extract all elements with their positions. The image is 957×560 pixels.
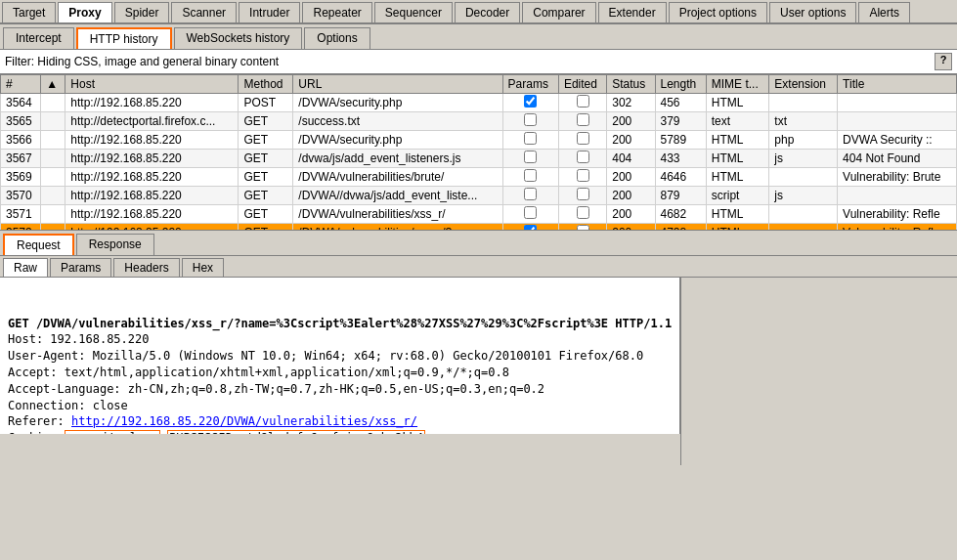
table-cell: GET [239,187,293,205]
edited-cell [558,187,606,205]
tab-alerts[interactable]: Alerts [858,2,910,22]
table-cell: HTML [706,150,769,168]
table-cell: txt [769,112,838,131]
request-line: Accept: text/html,application/xhtml+xml,… [8,365,672,381]
fmt-tab-raw[interactable]: Raw [3,258,48,277]
col-header-url[interactable]: URL [293,75,502,94]
table-cell: HTML [706,168,769,187]
col-header-method[interactable]: Method [239,75,293,94]
request-line: Cookie: security=low; PHPSESSID=utd8lcdg… [8,430,672,434]
bottom-section: Request Response Raw Params Headers Hex … [0,231,957,465]
table-cell: 3566 [1,131,41,150]
fmt-tab-hex[interactable]: Hex [182,258,224,277]
edited-cell [558,150,606,168]
row-marker [41,224,65,232]
table-cell: 200 [607,168,655,187]
edited-cell [558,205,606,224]
row-marker [41,131,65,150]
col-header-title[interactable]: Title [838,75,957,94]
filter-bar: Filter: Hiding CSS, image and general bi… [0,50,957,74]
tab-sequencer[interactable]: Sequencer [374,2,453,22]
request-line: User-Agent: Mozilla/5.0 (Windows NT 10.0… [8,348,672,365]
table-cell [769,205,838,224]
params-cell [502,168,558,187]
params-cell [502,94,558,112]
col-header-edited[interactable]: Edited [558,75,606,94]
table-cell: 3565 [1,112,41,131]
tab-comparer[interactable]: Comparer [522,2,595,22]
table-cell: 5789 [655,131,706,150]
tab-intruder[interactable]: Intruder [239,2,300,22]
tab-repeater[interactable]: Repeater [302,2,371,22]
tab-scanner[interactable]: Scanner [171,2,237,22]
table-cell: Vulnerability: Brute [838,168,957,187]
request-line: Connection: close [8,398,672,414]
help-button[interactable]: ? [935,53,952,70]
table-cell: 3571 [1,205,41,224]
edited-cell [558,168,606,187]
table-cell: 456 [655,94,706,112]
table-cell [838,94,957,112]
tab-spider[interactable]: Spider [114,2,170,22]
table-cell: HTML [706,131,769,150]
table-cell: Vulnerability: Refle [838,205,957,224]
table-cell: http://192.168.85.220 [65,168,239,187]
tab-http-history[interactable]: HTTP history [76,27,172,49]
table-cell: /success.txt [293,112,502,131]
table-cell: http://192.168.85.220 [65,131,239,150]
tab-target[interactable]: Target [2,2,56,22]
table-cell: /DVWA/security.php [293,131,502,150]
table-cell: DVWA Security :: [838,131,957,150]
row-marker [41,150,65,168]
table-cell: 3564 [1,94,41,112]
tab-project-options[interactable]: Project options [669,2,767,22]
tab-proxy[interactable]: Proxy [58,2,111,22]
table-cell: php [769,131,838,150]
table-cell: http://192.168.85.220 [65,94,239,112]
tab-intercept[interactable]: Intercept [3,27,74,49]
tab-response[interactable]: Response [76,234,154,255]
table-cell: GET [239,205,293,224]
col-header-params[interactable]: Params [502,75,558,94]
table-cell: 200 [607,205,655,224]
col-header-num[interactable]: # [1,75,41,94]
col-header-arrow[interactable]: ▲ [41,75,65,94]
referer-link[interactable]: http://192.168.85.220/DVWA/vulnerabiliti… [71,414,417,428]
fmt-tab-params[interactable]: Params [50,258,111,277]
table-cell: 4646 [655,168,706,187]
history-table-container[interactable]: # ▲ Host Method URL Params Edited Status… [0,74,957,231]
table-cell: http://192.168.85.220 [65,150,239,168]
table-cell: HTML [706,224,769,232]
table-row[interactable]: 3567http://192.168.85.220GET/dvwa/js/add… [1,150,957,168]
vertical-scrollbar[interactable] [680,278,696,465]
edited-cell [558,94,606,112]
tab-user-options[interactable]: User options [769,2,856,22]
col-header-host[interactable]: Host [65,75,239,94]
table-cell [769,94,838,112]
tab-request[interactable]: Request [3,234,74,255]
col-header-mime[interactable]: MIME t... [706,75,769,94]
col-header-ext[interactable]: Extension [769,75,838,94]
row-marker [41,168,65,187]
tab-websockets-history[interactable]: WebSockets history [174,27,303,49]
table-row[interactable]: 3566http://192.168.85.220GET/DVWA/securi… [1,131,957,150]
row-marker [41,94,65,112]
cookie-security: security=low; [65,430,160,434]
tab-extender[interactable]: Extender [598,2,667,22]
sub-tab-bar: Intercept HTTP history WebSockets histor… [0,24,957,50]
tab-decoder[interactable]: Decoder [455,2,520,22]
table-row[interactable]: 3564http://192.168.85.220POST/DVWA/secur… [1,94,957,112]
table-cell: js [769,187,838,205]
table-row[interactable]: 3569http://192.168.85.220GET/DVWA/vulner… [1,168,957,187]
tab-options[interactable]: Options [304,27,370,49]
table-cell: 379 [655,112,706,131]
table-row[interactable]: 3573http://192.168.85.220GET/DVWA/vulner… [1,224,957,232]
col-header-length[interactable]: Length [655,75,706,94]
table-cell: http://192.168.85.220 [65,187,239,205]
fmt-tab-headers[interactable]: Headers [113,258,179,277]
col-header-status[interactable]: Status [607,75,655,94]
table-row[interactable]: 3571http://192.168.85.220GET/DVWA/vulner… [1,205,957,224]
table-cell: Vulnerability: Refle [838,224,957,232]
table-row[interactable]: 3570http://192.168.85.220GET/DVWA//dvwa/… [1,187,957,205]
table-row[interactable]: 3565http://detectportal.firefox.c...GET/… [1,112,957,131]
